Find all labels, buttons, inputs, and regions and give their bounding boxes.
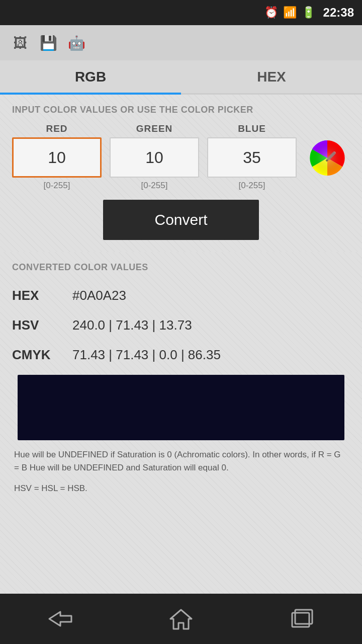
main-content: INPUT COLOR VALUES OR USE THE COLOR PICK… [0,95,362,594]
home-icon [168,608,194,630]
output-section: CONVERTED COLOR VALUES HEX #0A0A23 HSV 2… [0,252,362,594]
input-section: INPUT COLOR VALUES OR USE THE COLOR PICK… [0,95,362,252]
bottom-nav [0,594,362,644]
hex-key: HEX [12,288,62,303]
hsv-output-row: HSV 240.0 | 71.43 | 13.73 [12,310,350,340]
color-picker-button[interactable] [305,135,350,181]
red-range: [0-255] [44,181,70,191]
back-icon [45,610,75,628]
green-range: [0-255] [141,181,168,191]
red-input[interactable] [12,137,102,178]
convert-button[interactable]: Convert [103,200,259,240]
status-icons: ⏰ 📶 🔋 [264,6,315,19]
home-button[interactable] [163,606,199,631]
gallery-icon[interactable]: 🖼 [10,33,30,53]
green-field: GREEN [0-255] [110,123,199,191]
red-label: RED [46,123,67,134]
note-text-2: HSV = HSL = HSB. [12,482,350,495]
output-section-label: CONVERTED COLOR VALUES [12,262,350,273]
cmyk-value: 71.43 | 71.43 | 0.0 | 86.35 [72,347,221,363]
blue-input[interactable] [207,137,297,178]
blue-label: BLUE [238,123,266,134]
green-label: GREEN [136,123,173,134]
tab-rgb[interactable]: RGB [0,60,181,93]
cmyk-output-row: CMYK 71.43 | 71.43 | 0.0 | 86.35 [12,340,350,370]
hsv-key: HSV [12,317,62,333]
hex-output-row: HEX #0A0A23 [12,281,350,310]
green-input[interactable] [110,137,199,178]
signal-icon: 📶 [283,6,297,19]
input-section-label: INPUT COLOR VALUES OR USE THE COLOR PICK… [12,105,350,115]
battery-icon: 🔋 [302,6,315,19]
save-icon[interactable]: 💾 [38,33,58,53]
red-field: RED [0-255] [12,123,102,191]
tab-hex[interactable]: HEX [181,60,362,93]
back-button[interactable] [43,606,78,631]
blue-field: BLUE [0-255] [207,123,297,191]
blue-range: [0-255] [239,181,265,191]
color-inputs-row: RED [0-255] GREEN [0-255] BLUE [0-255] [12,123,350,191]
action-bar: 🖼 💾 🤖 [0,25,362,60]
hsv-value: 240.0 | 71.43 | 13.73 [72,317,192,333]
status-bar: ⏰ 📶 🔋 22:38 [0,0,362,25]
tab-bar: RGB HEX [0,60,362,95]
status-time: 22:38 [323,6,354,20]
hex-value: #0A0A23 [72,288,126,303]
share-icon[interactable]: 🤖 [66,33,86,53]
recents-button[interactable] [284,606,319,631]
note-text-1: Hue will be UNDEFINED if Saturation is 0… [12,448,350,474]
alarm-icon: ⏰ [264,6,278,19]
cmyk-key: CMYK [12,347,62,363]
color-preview [18,375,344,440]
color-wheel-icon [307,138,347,178]
recents-icon [289,608,314,630]
